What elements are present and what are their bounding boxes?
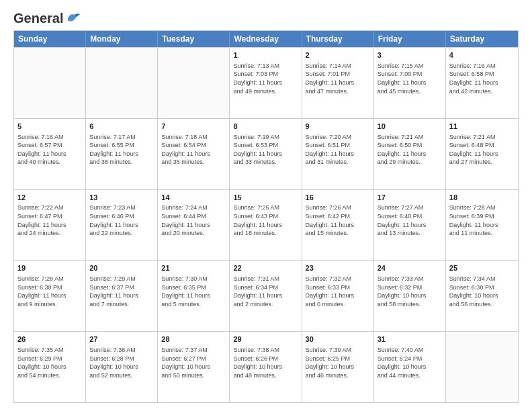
day-number: 3 [378, 50, 442, 60]
day-cell-26: 26Sunrise: 7:35 AM Sunset: 6:29 PM Dayli… [14, 332, 86, 402]
day-info: Sunrise: 7:14 AM Sunset: 7:01 PM Dayligh… [306, 62, 370, 95]
day-cell-27: 27Sunrise: 7:36 AM Sunset: 6:28 PM Dayli… [86, 332, 158, 402]
empty-cell-r0c0 [14, 48, 86, 118]
day-info: Sunrise: 7:25 AM Sunset: 6:43 PM Dayligh… [233, 203, 298, 237]
day-info: Sunrise: 7:24 AM Sunset: 6:44 PM Dayligh… [161, 203, 226, 237]
day-info: Sunrise: 7:22 AM Sunset: 6:47 PM Dayligh… [17, 203, 82, 237]
day-cell-5: 5Sunrise: 7:16 AM Sunset: 6:57 PM Daylig… [14, 119, 86, 189]
day-cell-29: 29Sunrise: 7:38 AM Sunset: 6:26 PM Dayli… [230, 332, 302, 402]
day-cell-6: 6Sunrise: 7:17 AM Sunset: 6:55 PM Daylig… [86, 119, 158, 189]
weekday-header-saturday: Saturday [446, 31, 518, 47]
day-number: 4 [449, 50, 515, 60]
empty-cell-r0c1 [86, 48, 158, 118]
day-info: Sunrise: 7:16 AM Sunset: 6:57 PM Dayligh… [17, 133, 82, 167]
day-number: 23 [306, 263, 370, 273]
day-number: 28 [161, 334, 226, 345]
day-cell-8: 8Sunrise: 7:19 AM Sunset: 6:53 PM Daylig… [230, 119, 302, 189]
weekday-header-friday: Friday [374, 31, 446, 47]
calendar-row-2: 12Sunrise: 7:22 AM Sunset: 6:47 PM Dayli… [14, 189, 518, 261]
day-info: Sunrise: 7:31 AM Sunset: 6:34 PM Dayligh… [233, 275, 298, 308]
day-info: Sunrise: 7:16 AM Sunset: 6:58 PM Dayligh… [449, 62, 515, 95]
day-info: Sunrise: 7:23 AM Sunset: 6:46 PM Dayligh… [89, 203, 154, 237]
day-info: Sunrise: 7:28 AM Sunset: 6:39 PM Dayligh… [449, 203, 515, 237]
page: General SundayMondayTuesdayWednesdayThur… [0, 0, 532, 411]
day-cell-19: 19Sunrise: 7:28 AM Sunset: 6:38 PM Dayli… [14, 261, 86, 331]
day-info: Sunrise: 7:26 AM Sunset: 6:42 PM Dayligh… [306, 203, 370, 237]
day-info: Sunrise: 7:32 AM Sunset: 6:33 PM Dayligh… [306, 275, 370, 308]
day-number: 16 [306, 193, 370, 203]
day-cell-3: 3Sunrise: 7:15 AM Sunset: 7:00 PM Daylig… [374, 48, 446, 118]
day-info: Sunrise: 7:36 AM Sunset: 6:28 PM Dayligh… [89, 346, 154, 379]
day-number: 18 [449, 193, 515, 203]
day-cell-28: 28Sunrise: 7:37 AM Sunset: 6:27 PM Dayli… [158, 332, 230, 402]
day-cell-14: 14Sunrise: 7:24 AM Sunset: 6:44 PM Dayli… [158, 190, 230, 261]
calendar-body: 1Sunrise: 7:13 AM Sunset: 7:03 PM Daylig… [14, 47, 518, 402]
weekday-header-monday: Monday [86, 31, 158, 47]
day-cell-24: 24Sunrise: 7:33 AM Sunset: 6:32 PM Dayli… [374, 261, 446, 331]
day-info: Sunrise: 7:13 AM Sunset: 7:03 PM Dayligh… [233, 62, 298, 95]
header: General [13, 11, 519, 24]
weekday-header-tuesday: Tuesday [158, 31, 230, 47]
day-cell-4: 4Sunrise: 7:16 AM Sunset: 6:58 PM Daylig… [446, 48, 518, 118]
day-info: Sunrise: 7:15 AM Sunset: 7:00 PM Dayligh… [378, 62, 442, 95]
day-info: Sunrise: 7:40 AM Sunset: 6:24 PM Dayligh… [378, 346, 442, 379]
day-number: 22 [233, 263, 298, 273]
day-cell-10: 10Sunrise: 7:21 AM Sunset: 6:50 PM Dayli… [374, 119, 446, 189]
day-number: 29 [233, 334, 298, 345]
day-cell-17: 17Sunrise: 7:27 AM Sunset: 6:40 PM Dayli… [374, 190, 446, 261]
day-cell-30: 30Sunrise: 7:39 AM Sunset: 6:25 PM Dayli… [302, 332, 374, 402]
day-cell-13: 13Sunrise: 7:23 AM Sunset: 6:46 PM Dayli… [86, 190, 158, 261]
day-number: 26 [17, 334, 82, 345]
day-cell-18: 18Sunrise: 7:28 AM Sunset: 6:39 PM Dayli… [446, 190, 518, 261]
day-number: 15 [233, 193, 298, 203]
day-cell-1: 1Sunrise: 7:13 AM Sunset: 7:03 PM Daylig… [230, 48, 302, 118]
day-number: 5 [17, 122, 82, 132]
day-number: 14 [161, 193, 226, 203]
day-cell-31: 31Sunrise: 7:40 AM Sunset: 6:24 PM Dayli… [374, 332, 446, 402]
calendar-row-0: 1Sunrise: 7:13 AM Sunset: 7:03 PM Daylig… [14, 47, 518, 118]
day-number: 1 [233, 50, 298, 60]
day-cell-16: 16Sunrise: 7:26 AM Sunset: 6:42 PM Dayli… [302, 190, 374, 261]
day-info: Sunrise: 7:39 AM Sunset: 6:25 PM Dayligh… [306, 346, 370, 379]
day-info: Sunrise: 7:19 AM Sunset: 6:53 PM Dayligh… [233, 133, 298, 167]
logo-bird-icon [65, 11, 80, 24]
day-cell-20: 20Sunrise: 7:29 AM Sunset: 6:37 PM Dayli… [86, 261, 158, 331]
weekday-header-thursday: Thursday [302, 31, 374, 47]
day-number: 7 [161, 122, 226, 132]
calendar-row-3: 19Sunrise: 7:28 AM Sunset: 6:38 PM Dayli… [14, 260, 518, 331]
day-number: 31 [378, 334, 442, 345]
calendar-header: SundayMondayTuesdayWednesdayThursdayFrid… [14, 31, 518, 47]
day-info: Sunrise: 7:37 AM Sunset: 6:27 PM Dayligh… [161, 346, 226, 379]
calendar-row-4: 26Sunrise: 7:35 AM Sunset: 6:29 PM Dayli… [14, 331, 518, 402]
day-info: Sunrise: 7:34 AM Sunset: 6:30 PM Dayligh… [449, 275, 515, 308]
day-info: Sunrise: 7:20 AM Sunset: 6:51 PM Dayligh… [306, 133, 370, 167]
day-cell-9: 9Sunrise: 7:20 AM Sunset: 6:51 PM Daylig… [302, 119, 374, 189]
day-number: 27 [89, 334, 154, 345]
day-number: 11 [449, 122, 515, 132]
day-cell-22: 22Sunrise: 7:31 AM Sunset: 6:34 PM Dayli… [230, 261, 302, 331]
day-cell-25: 25Sunrise: 7:34 AM Sunset: 6:30 PM Dayli… [446, 261, 518, 331]
day-cell-11: 11Sunrise: 7:21 AM Sunset: 6:48 PM Dayli… [446, 119, 518, 189]
day-number: 6 [89, 122, 154, 132]
day-number: 30 [306, 334, 370, 345]
day-info: Sunrise: 7:28 AM Sunset: 6:38 PM Dayligh… [17, 275, 82, 308]
day-number: 19 [17, 263, 82, 273]
weekday-header-sunday: Sunday [14, 31, 86, 47]
day-info: Sunrise: 7:38 AM Sunset: 6:26 PM Dayligh… [233, 346, 298, 379]
day-info: Sunrise: 7:21 AM Sunset: 6:48 PM Dayligh… [449, 133, 515, 167]
day-number: 24 [378, 263, 442, 273]
day-number: 13 [89, 193, 154, 203]
day-info: Sunrise: 7:33 AM Sunset: 6:32 PM Dayligh… [378, 275, 442, 308]
calendar: SundayMondayTuesdayWednesdayThursdayFrid… [13, 30, 519, 403]
empty-cell-r0c2 [158, 48, 230, 118]
day-cell-7: 7Sunrise: 7:18 AM Sunset: 6:54 PM Daylig… [158, 119, 230, 189]
logo-general: General [13, 11, 63, 26]
day-info: Sunrise: 7:30 AM Sunset: 6:35 PM Dayligh… [161, 275, 226, 308]
day-info: Sunrise: 7:21 AM Sunset: 6:50 PM Dayligh… [378, 133, 442, 167]
day-cell-12: 12Sunrise: 7:22 AM Sunset: 6:47 PM Dayli… [14, 190, 86, 261]
weekday-header-wednesday: Wednesday [230, 31, 302, 47]
day-number: 17 [378, 193, 442, 203]
day-number: 25 [449, 263, 515, 273]
day-info: Sunrise: 7:17 AM Sunset: 6:55 PM Dayligh… [89, 133, 154, 167]
day-cell-21: 21Sunrise: 7:30 AM Sunset: 6:35 PM Dayli… [158, 261, 230, 331]
